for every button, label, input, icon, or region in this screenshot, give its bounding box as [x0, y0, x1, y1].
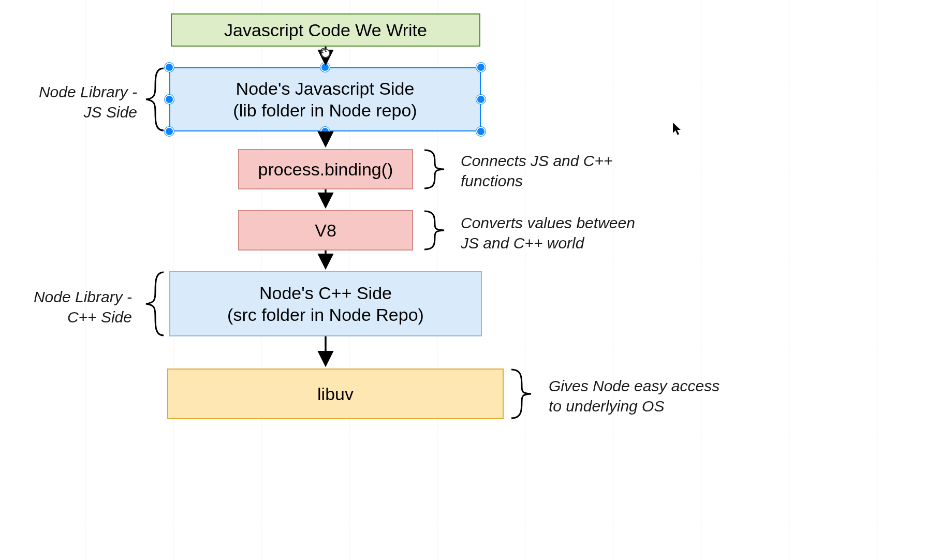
selection-handle[interactable] [320, 63, 330, 72]
connector-endpoint-icon [321, 49, 330, 57]
cursor-icon [672, 122, 682, 139]
selection-handle[interactable] [476, 95, 486, 104]
box-node-js[interactable]: Node's Javascript Side (lib folder in No… [169, 67, 481, 131]
box-node-cpp-text: Node's C++ Side (src folder in Node Repo… [227, 282, 424, 326]
box-js-code[interactable]: Javascript Code We Write [171, 13, 480, 47]
box-node-cpp[interactable]: Node's C++ Side (src folder in Node Repo… [169, 271, 482, 336]
annotation-libuv: Gives Node easy access to underlying OS [549, 376, 756, 416]
brace-v8 [424, 211, 444, 249]
selection-handle[interactable] [165, 63, 174, 72]
box-node-js-text: Node's Javascript Side (lib folder in No… [233, 78, 417, 122]
selection-handle[interactable] [320, 127, 330, 136]
box-process-binding[interactable]: process.binding() [238, 149, 413, 189]
selection-handle[interactable] [476, 127, 486, 136]
svg-point-0 [321, 49, 330, 57]
selection-handle[interactable] [476, 63, 486, 72]
annotation-binding: Connects JS and C++ functions [461, 151, 647, 191]
annotation-cpp-side: Node Library - C++ Side [13, 287, 132, 327]
annotation-js-side: Node Library - JS Side [18, 82, 137, 122]
box-js-code-text: Javascript Code We Write [224, 19, 427, 41]
diagram-stage: Javascript Code We Write Node's Javascri… [0, 0, 940, 560]
brace-binding [424, 150, 444, 188]
brace-libuv [511, 370, 531, 418]
box-libuv-text: libuv [317, 383, 354, 405]
box-v8[interactable]: V8 [238, 210, 413, 250]
brace-js-side [146, 68, 164, 130]
box-process-binding-text: process.binding() [258, 158, 393, 181]
selection-handle[interactable] [165, 95, 174, 104]
brace-cpp-side [146, 272, 164, 335]
box-v8-text: V8 [315, 219, 336, 242]
annotation-v8: Converts values between JS and C++ world [461, 213, 668, 253]
selection-handle[interactable] [165, 127, 174, 136]
box-libuv[interactable]: libuv [167, 369, 504, 419]
